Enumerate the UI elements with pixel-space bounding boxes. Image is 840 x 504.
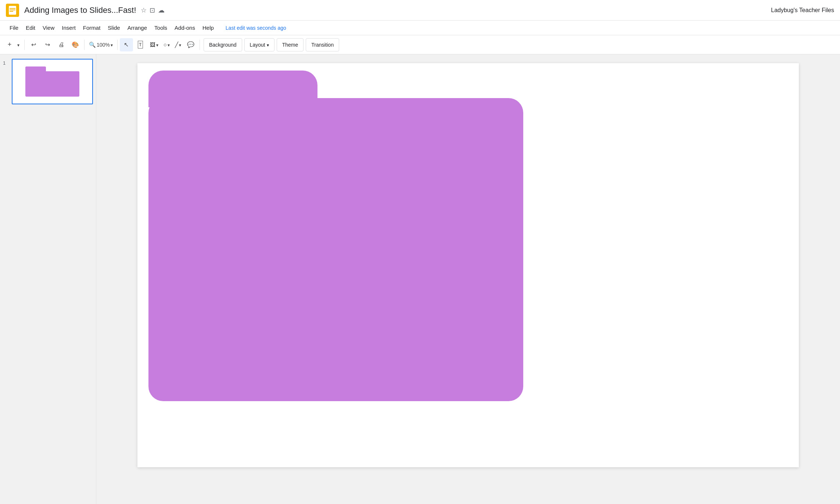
menu-file[interactable]: File — [6, 23, 22, 32]
toolbar: + ↩ ↪ 🖨 🎨 🔍 100% ↖ T 🖼 ○ — [0, 35, 840, 54]
shape-icon: ○ — [164, 42, 167, 48]
line-tool-dropdown[interactable]: ╱ — [173, 38, 183, 51]
menu-tools[interactable]: Tools — [151, 23, 171, 32]
menu-edit[interactable]: Edit — [22, 23, 39, 32]
image-icon: 🖼 — [150, 42, 155, 48]
menu-addons[interactable]: Add-ons — [171, 23, 199, 32]
sep-4 — [200, 40, 200, 50]
folder-icon[interactable]: ⊡ — [150, 6, 155, 14]
redo-button[interactable]: ↪ — [41, 38, 54, 51]
background-button[interactable]: Background — [204, 38, 242, 51]
zoom-dropdown[interactable]: 🔍 100% — [87, 38, 115, 51]
doc-title: Adding Images to Slides...Fast! — [24, 6, 136, 15]
transition-button[interactable]: Transition — [306, 38, 339, 51]
zoom-label: 100% — [97, 42, 110, 48]
image-tool-dropdown[interactable]: 🖼 — [148, 38, 161, 51]
slide-item-1: 1 — [3, 59, 93, 104]
comment-icon: 💬 — [187, 41, 194, 48]
menu-insert[interactable]: Insert — [58, 23, 79, 32]
line-icon: ╱ — [175, 42, 178, 48]
menu-view[interactable]: View — [39, 23, 58, 32]
slide-thumb-inner-1 — [12, 60, 92, 104]
redo-icon: ↪ — [45, 41, 50, 48]
sep-2 — [84, 40, 85, 50]
comment-tool-button[interactable]: 💬 — [184, 38, 197, 51]
add-slide-dropdown[interactable] — [15, 38, 22, 51]
slide-canvas — [137, 63, 799, 467]
zoom-value: 🔍 — [89, 42, 96, 48]
add-button-group[interactable]: + — [4, 38, 22, 51]
shape-chevron-icon — [168, 42, 170, 48]
menu-format[interactable]: Format — [79, 23, 104, 32]
folder-body — [148, 98, 523, 401]
app-logo — [6, 4, 19, 17]
title-right: Ladybug's Teacher Files — [771, 7, 834, 14]
shape-tool-dropdown[interactable]: ○ — [161, 38, 172, 51]
sep-1 — [24, 40, 25, 50]
canvas-area[interactable] — [96, 54, 840, 504]
folder-shape — [148, 71, 523, 401]
textbox-tool-button[interactable]: T — [134, 38, 147, 51]
print-icon: 🖨 — [58, 42, 64, 48]
star-icon[interactable]: ☆ — [141, 6, 147, 14]
layout-label: Layout — [250, 42, 265, 48]
sep-3 — [117, 40, 118, 50]
image-chevron-icon — [156, 42, 158, 48]
folder-thumb-body — [25, 71, 80, 97]
title-bar: Adding Images to Slides...Fast! ☆ ⊡ ☁ La… — [0, 0, 840, 21]
cursor-icon: ↖ — [124, 41, 129, 48]
theme-button[interactable]: Theme — [277, 38, 304, 51]
svg-rect-2 — [10, 10, 15, 10]
zoom-chevron-icon — [111, 42, 113, 48]
last-edit-status: Last edit was seconds ago — [222, 24, 290, 32]
textbox-icon: T — [138, 41, 143, 48]
add-chevron-icon — [17, 42, 19, 48]
main-area: 1 — [0, 54, 840, 504]
plus-icon: + — [8, 41, 12, 48]
menu-slide[interactable]: Slide — [104, 23, 123, 32]
menu-help[interactable]: Help — [199, 23, 218, 32]
layout-chevron-icon — [267, 42, 269, 48]
undo-icon: ↩ — [31, 41, 36, 48]
svg-rect-1 — [10, 8, 15, 9]
slide-thumb-1[interactable] — [12, 59, 93, 104]
slides-panel: 1 — [0, 54, 96, 504]
paint-format-button[interactable]: 🎨 — [69, 38, 82, 51]
select-tool-button[interactable]: ↖ — [120, 38, 133, 51]
layout-button[interactable]: Layout — [244, 38, 274, 51]
undo-button[interactable]: ↩ — [27, 38, 40, 51]
cloud-icon[interactable]: ☁ — [158, 6, 165, 14]
folder-thumb-icon — [25, 66, 80, 97]
menu-arrange[interactable]: Arrange — [124, 23, 151, 32]
menu-bar: File Edit View Insert Format Slide Arran… — [0, 21, 840, 35]
svg-rect-3 — [10, 11, 13, 12]
add-slide-button[interactable]: + — [4, 38, 15, 51]
paint-format-icon: 🎨 — [72, 41, 79, 48]
line-chevron-icon — [179, 42, 181, 48]
slide-number-1: 1 — [3, 60, 9, 66]
print-button[interactable]: 🖨 — [55, 38, 68, 51]
